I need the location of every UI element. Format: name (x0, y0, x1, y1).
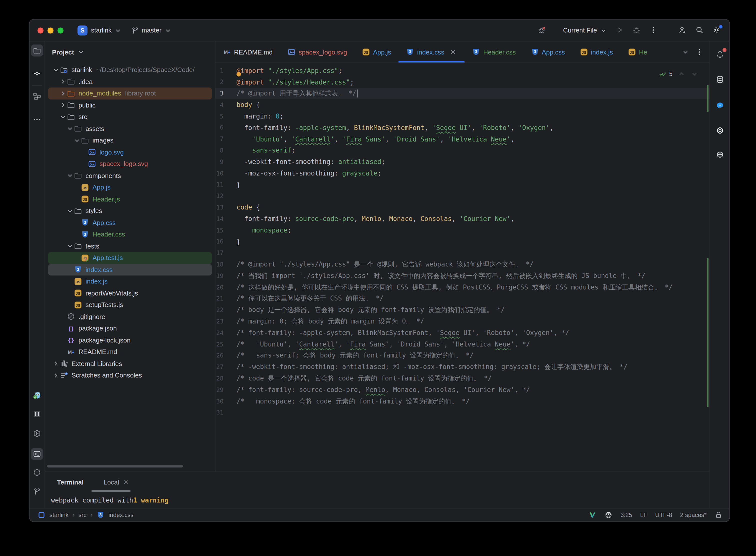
chevron-down-icon[interactable] (66, 125, 74, 133)
chevron-down-icon[interactable] (66, 207, 74, 215)
code-line-11[interactable]: 11} (215, 179, 710, 190)
code-line-15[interactable]: 15 monospace; (215, 224, 710, 236)
copilot-status-icon[interactable] (605, 511, 613, 519)
code-line-17[interactable]: 17 (215, 247, 710, 259)
project-tool-button[interactable] (31, 44, 43, 57)
project-switcher[interactable]: starlink (91, 26, 122, 34)
chevron-right-icon[interactable] (59, 90, 67, 98)
code-line-24[interactable]: 24/* font-family: -apple-system, BlinkMa… (215, 327, 710, 339)
tree-item-app-test-js[interactable]: JSApp.test.js (48, 252, 212, 264)
tree-item-node-modules[interactable]: node_moduleslibrary root (48, 88, 212, 99)
breadcrumb-item[interactable]: starlink (49, 512, 69, 519)
tree-item-app-css[interactable]: 3App.css (48, 217, 212, 229)
chevron-right-icon[interactable] (59, 78, 67, 86)
editor-tab-readme-md[interactable]: MREADME.md (215, 41, 280, 63)
tree-item-reportwebvitals-js[interactable]: JSreportWebVitals.js (48, 287, 212, 299)
version-control-tool-button[interactable] (31, 486, 43, 497)
close-window-button[interactable] (37, 27, 43, 33)
chevron-down-icon[interactable] (73, 137, 81, 144)
code-line-7[interactable]: 7 'Ubuntu', 'Cantarell', 'Fira Sans', 'D… (215, 134, 710, 145)
code-line-2[interactable]: 2@import "./styles/Header.css"; (215, 76, 710, 88)
terminal-panel-title[interactable]: Terminal (57, 478, 83, 486)
tree-item-src[interactable]: src (48, 111, 212, 123)
tree-item-components[interactable]: components (48, 170, 212, 181)
copilot-tool-button[interactable] (714, 148, 726, 161)
breadcrumb-item[interactable]: src (78, 512, 87, 519)
run-button[interactable] (616, 26, 624, 35)
editor-tab-spacex-logo-svg[interactable]: spacex_logo.svg (280, 41, 355, 63)
close-terminal-tab-icon[interactable]: ✕ (123, 478, 129, 486)
editor-tab-app-js[interactable]: JSApp.js (354, 41, 399, 63)
gopher-plugin-button[interactable] (31, 389, 43, 402)
status-widget[interactable]: LF (640, 512, 647, 519)
bug-disconnect-icon[interactable] (538, 26, 547, 35)
tree-item-header-css[interactable]: 3Header.css (48, 229, 212, 240)
code-line-26[interactable]: 26/* sans-serif; 会将 body 元素的 font-family… (215, 350, 710, 361)
chevron-down-icon[interactable] (66, 172, 74, 180)
tree-item-package-lock-json[interactable]: {}package-lock.json (48, 334, 212, 346)
code-line-18[interactable]: 18/* @import "./styles/App.css" 是一个 @规则,… (215, 259, 710, 270)
code-line-23[interactable]: 23/* margin: 0; 会将 body 元素的 margin 设置为 0… (215, 316, 710, 327)
code-line-13[interactable]: 13code { (215, 202, 710, 213)
code-line-30[interactable]: 30/* monospace; 会将 code 元素的 font-family … (215, 395, 710, 407)
horizontal-scrollbar[interactable] (47, 465, 183, 467)
tree-item-tests[interactable]: tests (48, 240, 212, 252)
tree-item-starlink[interactable]: starlink~/Desktop/Projects/SpaceX/Code/ (48, 64, 212, 76)
inspection-widget[interactable]: 5 (659, 70, 698, 78)
tree-item-scratches-and-consoles[interactable]: Scratches and Consoles (48, 370, 212, 381)
vitest-status-icon[interactable] (588, 511, 596, 519)
chevron-right-icon[interactable] (52, 372, 60, 380)
commit-tool-button[interactable] (31, 68, 43, 79)
chevron-down-icon[interactable] (52, 66, 60, 74)
chevron-right-icon[interactable] (59, 101, 67, 109)
search-everywhere-button[interactable] (695, 26, 705, 35)
status-widget[interactable]: 3:25 (620, 512, 632, 519)
code-line-28[interactable]: 28/* code 是一个选择器, 它会将 code 元素的 font-fami… (215, 373, 710, 384)
tree-item-package-json[interactable]: {}package.json (48, 322, 212, 334)
code-line-20[interactable]: 20/* 这样做的好处是, 你可以在生产环境中使用不同的 CSS 提取工具, 例… (215, 281, 710, 293)
editor-tab-app-css[interactable]: 3App.css (523, 41, 573, 63)
zoom-window-button[interactable] (58, 27, 64, 33)
tree-item-logo-svg[interactable]: logo.svg (48, 146, 212, 158)
branch-switcher[interactable]: master (131, 26, 172, 34)
project-panel-header[interactable]: Project (45, 41, 215, 63)
editor-tab-index-js[interactable]: JSindex.js (573, 41, 620, 63)
structure-tool-button[interactable] (31, 91, 43, 103)
code-line-27[interactable]: 27/* -webkit-font-smoothing: antialiased… (215, 361, 710, 373)
tree-item-spacex-logo-svg[interactable]: spacex_logo.svg (48, 158, 212, 170)
code-line-3[interactable]: 3/* @import 用于导入其他样式表。 */ (215, 88, 710, 99)
chevron-down-icon[interactable] (66, 242, 74, 250)
code-line-29[interactable]: 29/* font-family: source-code-pro, Menlo… (215, 384, 710, 396)
editor-tab-header-css[interactable]: 3Header.css (465, 41, 523, 63)
code-line-6[interactable]: 6 font-family: -apple-system, BlinkMacSy… (215, 122, 710, 134)
code-line-21[interactable]: 21/* 你可以在这里阅读更多关于 CSS 的用法。 */ (215, 293, 710, 305)
code-editor[interactable]: 1@import "./styles/App.css";2@import "./… (215, 63, 710, 472)
tab-list-chevron-icon[interactable] (682, 48, 689, 56)
run-configuration-select[interactable]: Current File (563, 26, 608, 34)
editor-tab-index-css[interactable]: 3index.css (399, 41, 465, 63)
code-line-5[interactable]: 5 margin: 0; (215, 110, 710, 122)
code-with-me-button[interactable] (679, 26, 687, 35)
settings-button[interactable] (713, 26, 722, 35)
prev-problem-button[interactable] (678, 70, 686, 78)
openai-plugin-button[interactable] (714, 125, 726, 137)
tree-item--gitignore[interactable]: .gitignore (48, 311, 212, 322)
code-line-9[interactable]: 9 -webkit-font-smoothing: antialiased; (215, 156, 710, 168)
next-problem-button[interactable] (690, 70, 698, 78)
tree-item-readme-md[interactable]: MREADME.md (48, 346, 212, 358)
tree-item--idea[interactable]: .idea (48, 76, 212, 88)
more-tools-button[interactable] (31, 113, 43, 126)
tab-options-kebab-icon[interactable] (695, 48, 703, 56)
code-line-10[interactable]: 10 -moz-osx-font-smoothing: grayscale; (215, 168, 710, 179)
terminal-tool-button[interactable] (31, 448, 43, 460)
tree-item-public[interactable]: public (48, 99, 212, 111)
code-line-4[interactable]: 4body { (215, 99, 710, 111)
chevron-down-icon[interactable] (59, 113, 67, 121)
code-line-31[interactable]: 31 (215, 407, 710, 418)
status-widget[interactable]: 2 spaces* (680, 512, 707, 519)
code-line-8[interactable]: 8 sans-serif; (215, 145, 710, 156)
tree-item-styles[interactable]: styles (48, 205, 212, 217)
debug-button[interactable] (632, 26, 642, 35)
tree-item-setuptests-js[interactable]: JSsetupTests.js (48, 299, 212, 311)
code-line-25[interactable]: 25/* 'Ubuntu', 'Cantarell', 'Fira Sans',… (215, 339, 710, 350)
